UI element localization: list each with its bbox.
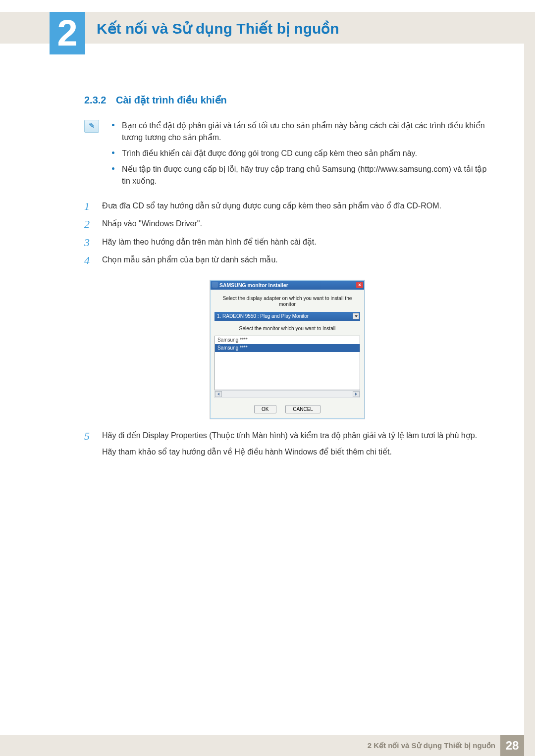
step-text: Nhấp vào "Windows Driver". [102,218,490,231]
dialog-actions: OK CANCEL [214,405,360,413]
step-item: 4 Chọn mẫu sản phẩm của bạn từ danh sách… [84,254,490,267]
monitor-listbox[interactable]: Samsung **** Samsung **** [214,336,360,390]
footer-page-number: 28 [500,735,524,756]
step-text: Hãy làm theo hướng dẫn trên màn hình để … [102,236,490,249]
step-number: 4 [84,254,93,267]
step-text: Hãy đi đến Display Properties (Thuộc tín… [102,430,490,458]
dialog-titlebar: SAMSUNG monitor installer × [211,281,364,290]
steps-list: 1 Đưa đĩa CD sổ tay hướng dẫn sử dụng đư… [84,200,490,267]
chevron-down-icon [353,313,359,319]
notes-list: Bạn có thể đặt độ phân giải và tần số tố… [112,120,490,191]
step-item: 2 Nhấp vào "Windows Driver". [84,218,490,231]
adapter-dropdown[interactable]: 1. RADEON 9550 : Plug and Play Monitor [214,312,360,321]
footer-chapter-label: 2 Kết nối và Sử dụng Thiết bị nguồn [368,735,495,756]
app-icon [212,282,218,288]
cancel-button[interactable]: CANCEL [285,405,321,413]
step-text: Đưa đĩa CD sổ tay hướng dẫn sử dụng được… [102,200,490,213]
step-number: 5 [84,430,93,458]
step-item: 5 Hãy đi đến Display Properties (Thuộc t… [84,430,490,458]
step-number: 1 [84,200,93,213]
scroll-left-icon[interactable] [215,391,222,397]
page-content: 2.3.2 Cài đặt trình điều khiển Bạn có th… [84,94,490,463]
step-text: Chọn mẫu sản phẩm của bạn từ danh sách m… [102,254,490,267]
adapter-dropdown-value: 1. RADEON 9550 : Plug and Play Monitor [217,313,309,319]
notes-block: Bạn có thể đặt độ phân giải và tần số tố… [84,120,490,191]
right-side-strip [524,12,535,756]
section-number: 2.3.2 [84,95,106,105]
dialog-instruction-2: Select the monitor which you want to ins… [214,326,360,332]
page-title: Kết nối và Sử dụng Thiết bị nguồn [97,20,339,37]
scroll-right-icon[interactable] [353,391,360,397]
step-number: 2 [84,218,93,231]
installer-dialog-wrap: SAMSUNG monitor installer × Select the d… [84,280,490,419]
ok-button[interactable]: OK [254,405,276,413]
step-number: 3 [84,236,93,249]
note-item: Trình điều khiển cài đặt được đóng gói t… [112,148,490,159]
dialog-body: Select the display adapter on which you … [211,290,364,418]
steps-list-cont: 5 Hãy đi đến Display Properties (Thuộc t… [84,430,490,458]
step-text-main: Hãy đi đến Display Properties (Thuộc tín… [102,430,490,442]
note-icon [84,120,99,133]
section-heading: 2.3.2 Cài đặt trình điều khiển [84,94,490,106]
note-item: Nếu tập tin được cung cấp bị lỗi, hãy tr… [112,163,490,187]
close-icon[interactable]: × [356,282,363,288]
chapter-number: 2 [57,15,77,51]
installer-dialog: SAMSUNG monitor installer × Select the d… [210,280,365,419]
step-item: 3 Hãy làm theo hướng dẫn trên màn hình đ… [84,236,490,249]
chapter-number-box: 2 [50,12,85,54]
dialog-title: SAMSUNG monitor installer [219,282,288,288]
note-item: Bạn có thể đặt độ phân giải và tần số tố… [112,120,490,144]
step-item: 1 Đưa đĩa CD sổ tay hướng dẫn sử dụng đư… [84,200,490,213]
list-item[interactable]: Samsung **** [215,336,360,344]
section-title: Cài đặt trình điều khiển [116,95,227,105]
list-item[interactable]: Samsung **** [215,344,360,352]
step-subtext: Hãy tham khảo sổ tay hướng dẫn về Hệ điề… [102,446,490,458]
dialog-instruction-1: Select the display adapter on which you … [214,296,360,307]
horizontal-scrollbar[interactable] [214,390,360,398]
